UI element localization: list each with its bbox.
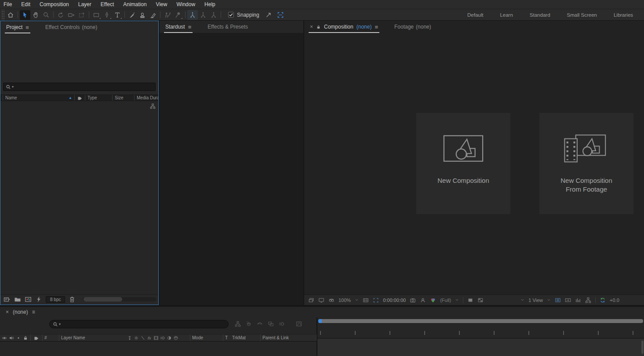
render-settings-icon[interactable] <box>35 296 42 303</box>
zoom-tool[interactable] <box>41 10 51 20</box>
mode-column[interactable]: Mode <box>190 334 223 341</box>
home-tool[interactable] <box>5 10 16 20</box>
new-folder-icon[interactable] <box>14 296 21 303</box>
timeline-tab-label[interactable]: (none) <box>13 309 28 315</box>
show-snapshot-icon[interactable] <box>420 297 426 303</box>
tab-composition[interactable]: × Composition (none) ≡ <box>309 21 379 33</box>
motion-blur-icon[interactable] <box>279 321 285 327</box>
project-item-list[interactable] <box>0 101 158 295</box>
comp-mini-flowchart-icon[interactable] <box>235 321 241 327</box>
always-preview-icon[interactable] <box>308 297 314 303</box>
graph-editor-icon[interactable] <box>296 321 302 327</box>
type-tool[interactable] <box>112 10 123 20</box>
tab-composition-suffix[interactable]: (none) <box>357 24 372 30</box>
playhead-marker[interactable] <box>318 319 322 323</box>
label-color-column[interactable] <box>31 334 43 341</box>
draft-3d-icon[interactable] <box>246 321 252 327</box>
timeline-search[interactable]: ▾ <box>49 320 229 328</box>
magnification-value[interactable]: 100% <box>338 298 351 303</box>
tab-effects-presets[interactable]: Effects & Presets <box>207 24 248 30</box>
comp-flowchart-icon[interactable] <box>575 297 581 303</box>
sort-ascending-icon[interactable]: ▲ <box>66 95 74 101</box>
bpc-button[interactable]: 8 bpc <box>46 296 65 303</box>
new-composition-from-footage-button[interactable]: New Composition From Footage <box>539 113 633 214</box>
close-tab-icon[interactable]: × <box>6 309 9 315</box>
project-search[interactable]: ▾ <box>3 83 156 91</box>
hide-shy-layers-icon[interactable] <box>257 321 263 327</box>
timeline-search-input[interactable] <box>62 322 225 327</box>
workspace-small-screen[interactable]: Small Screen <box>567 12 597 18</box>
reset-exposure-icon[interactable] <box>600 297 606 303</box>
rotation-tool[interactable] <box>55 10 66 20</box>
region-of-interest-icon[interactable] <box>373 297 379 303</box>
shrink-toolbar-icon[interactable] <box>265 11 272 18</box>
puppet-advanced-pin-tool[interactable] <box>187 10 198 20</box>
column-name[interactable]: Name <box>3 95 66 101</box>
timeline-vertical-scrollbar[interactable] <box>641 341 644 354</box>
camera-tool[interactable] <box>66 10 76 20</box>
tab-effect-controls[interactable]: Effect Controls (none) <box>45 24 97 30</box>
puppet-pin-tool[interactable] <box>173 10 183 20</box>
view-dropdown[interactable] <box>488 297 524 303</box>
workspace-standard[interactable]: Standard <box>530 12 550 18</box>
av-features-column[interactable] <box>0 334 31 341</box>
project-search-input[interactable] <box>15 84 153 90</box>
interpret-footage-icon[interactable] <box>4 296 11 303</box>
grid-guides-icon[interactable] <box>363 297 369 303</box>
mask-visibility-icon[interactable] <box>328 297 335 303</box>
timeline-track-area[interactable] <box>317 338 644 356</box>
workspace-libraries[interactable]: Libraries <box>614 12 633 18</box>
menu-effect[interactable]: Effect <box>101 1 114 7</box>
menu-window[interactable]: Window <box>176 1 195 7</box>
scrollbar-thumb[interactable] <box>84 297 122 302</box>
close-tab-icon[interactable]: × <box>310 24 313 30</box>
brush-tool[interactable] <box>127 10 137 20</box>
toolbar-grip-handle[interactable] <box>1 10 4 20</box>
snap-guides-icon[interactable] <box>277 11 284 18</box>
transparency-grid-icon[interactable] <box>477 297 484 303</box>
snapping-checkbox[interactable] <box>228 12 234 18</box>
column-media-duration[interactable]: Media Duration <box>134 95 158 101</box>
main-viewer-icon[interactable] <box>318 297 324 303</box>
tab-footage[interactable]: Footage (none) <box>394 24 431 30</box>
timeline-button-icon[interactable] <box>565 297 571 303</box>
chevron-down-icon[interactable] <box>455 298 459 302</box>
exposure-value[interactable]: +0.0 <box>610 298 619 303</box>
resolution-value[interactable]: (Full) <box>440 298 451 303</box>
target-region-icon[interactable] <box>467 297 473 303</box>
new-composition-button[interactable]: New Composition <box>416 113 510 214</box>
project-horizontal-scrollbar[interactable] <box>83 297 156 302</box>
menu-edit[interactable]: Edit <box>21 1 30 7</box>
trkmat-column[interactable]: T TrkMat <box>223 334 261 341</box>
layer-name-column[interactable]: Layer Name <box>59 334 125 341</box>
tab-stardust[interactable]: Stardust ≡ <box>164 21 193 33</box>
column-size[interactable]: Size <box>112 95 134 101</box>
panel-menu-icon[interactable]: ≡ <box>32 309 35 315</box>
view-layout-value[interactable]: 1 View <box>528 298 543 303</box>
project-flowchart-icon[interactable] <box>150 103 156 109</box>
frame-blending-icon[interactable] <box>268 321 274 327</box>
selection-tool[interactable] <box>20 10 30 20</box>
puppet-starch-pin-tool[interactable] <box>198 10 208 20</box>
column-type[interactable]: Type <box>85 95 112 101</box>
menu-file[interactable]: File <box>4 1 12 7</box>
take-snapshot-icon[interactable] <box>410 297 416 303</box>
eraser-tool[interactable] <box>148 10 158 20</box>
pan-behind-tool[interactable] <box>76 10 87 20</box>
puppet-overlap-pin-tool[interactable] <box>208 10 219 20</box>
search-options-icon[interactable]: ▾ <box>59 323 61 326</box>
rectangle-tool[interactable] <box>91 10 102 20</box>
menu-help[interactable]: Help <box>204 1 215 7</box>
chevron-down-icon[interactable] <box>355 298 359 302</box>
hand-tool[interactable] <box>30 10 41 20</box>
mini-flowchart-icon[interactable] <box>585 297 591 303</box>
workspace-default[interactable]: Default <box>467 12 483 18</box>
menu-animation[interactable]: Animation <box>123 1 146 7</box>
time-ruler[interactable] <box>317 323 644 338</box>
menu-view[interactable]: View <box>156 1 167 7</box>
workspace-learn[interactable]: Learn <box>500 12 513 18</box>
parent-link-column[interactable]: Parent & Link <box>261 334 317 341</box>
clone-stamp-tool[interactable] <box>137 10 148 20</box>
index-column[interactable]: # <box>43 334 59 341</box>
channels-icon[interactable] <box>430 297 436 303</box>
